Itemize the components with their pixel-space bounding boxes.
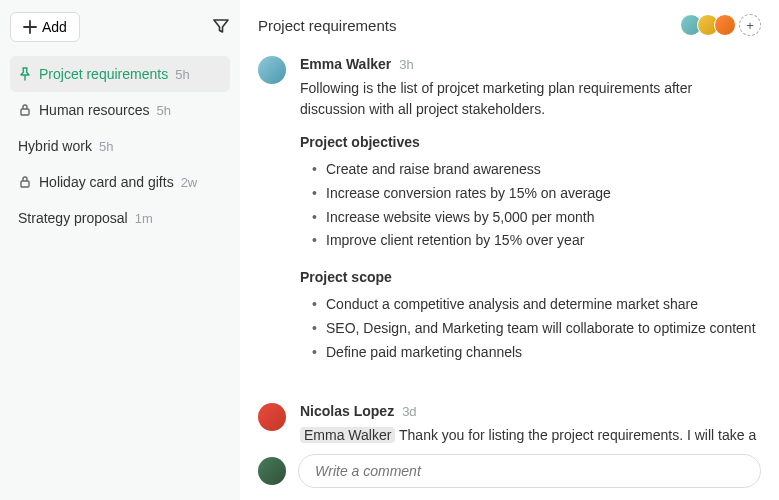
post-author: Emma Walker: [300, 56, 391, 72]
sidebar-item-1[interactable]: Human resources5h: [10, 92, 230, 128]
post: Emma Walker3hFollowing is the list of pr…: [258, 56, 761, 381]
post: Nicolas Lopez3dEmma Walker Thank you for…: [258, 403, 761, 446]
sidebar-item-time: 5h: [175, 67, 189, 82]
svg-rect-0: [21, 109, 29, 115]
post-head: Emma Walker3h: [300, 56, 761, 72]
sidebar-item-time: 5h: [99, 139, 113, 154]
main: Project requirements + Emma Walker3hFoll…: [240, 0, 779, 500]
plus-icon: [23, 20, 37, 34]
sidebar-top: Add: [10, 12, 230, 42]
sidebar-item-time: 2w: [181, 175, 198, 190]
sidebar-item-label: Human resources: [39, 102, 150, 118]
sidebar-item-label: Hybrid work: [18, 138, 92, 154]
svg-rect-1: [21, 181, 29, 187]
avatar: [258, 403, 286, 431]
avatar-group: +: [685, 14, 761, 36]
post-intro: Following is the list of projcet marketi…: [300, 78, 761, 120]
sidebar-item-label: Strategy proposal: [18, 210, 128, 226]
post-author: Nicolas Lopez: [300, 403, 394, 419]
add-button-label: Add: [42, 19, 67, 35]
list-item: Define paid marketing channels: [312, 341, 761, 365]
sidebar-item-0[interactable]: Projcet requirements5h: [10, 56, 230, 92]
list-item: Increase website views by 5,000 per mont…: [312, 206, 761, 230]
post-time: 3d: [402, 404, 416, 419]
mention[interactable]: Emma Walker: [300, 427, 395, 443]
pin-icon: [18, 67, 32, 81]
list-item: Create and raise brand awareness: [312, 158, 761, 182]
sidebar-item-time: 5h: [157, 103, 171, 118]
list-item: Improve client retention by 15% over yea…: [312, 229, 761, 253]
sidebar: Add Projcet requirements5hHuman resource…: [0, 0, 240, 500]
post-head: Nicolas Lopez3d: [300, 403, 761, 419]
section-list: Conduct a competitive analysis and deter…: [300, 293, 761, 364]
sidebar-item-3[interactable]: Holiday card and gifts2w: [10, 164, 230, 200]
section-title: Project scope: [300, 269, 761, 285]
posts: Emma Walker3hFollowing is the list of pr…: [258, 56, 761, 446]
post-body: Nicolas Lopez3dEmma Walker Thank you for…: [300, 403, 761, 446]
list-item: Conduct a competitive analysis and deter…: [312, 293, 761, 317]
list-item: Increase conversion rates by 15% on aver…: [312, 182, 761, 206]
sidebar-item-time: 1m: [135, 211, 153, 226]
post-body: Emma Walker3hFollowing is the list of pr…: [300, 56, 761, 381]
nav-list: Projcet requirements5hHuman resources5hH…: [10, 56, 230, 236]
add-button[interactable]: Add: [10, 12, 80, 42]
avatar: [258, 457, 286, 485]
avatar[interactable]: [714, 14, 736, 36]
post-time: 3h: [399, 57, 413, 72]
comment-input[interactable]: [298, 454, 761, 488]
add-member-button[interactable]: +: [739, 14, 761, 36]
lock-icon: [18, 103, 32, 117]
filter-icon[interactable]: [212, 17, 230, 38]
avatar: [258, 56, 286, 84]
sidebar-item-2[interactable]: Hybrid work5h: [10, 128, 230, 164]
list-item: SEO, Design, and Marketing team will col…: [312, 317, 761, 341]
section-title: Project objectives: [300, 134, 761, 150]
sidebar-item-label: Holiday card and gifts: [39, 174, 174, 190]
post-text: Emma Walker Thank you for listing the pr…: [300, 425, 761, 446]
section-list: Create and raise brand awarenessIncrease…: [300, 158, 761, 253]
comment-row: [258, 446, 761, 500]
main-header: Project requirements +: [258, 14, 761, 36]
sidebar-item-label: Projcet requirements: [39, 66, 168, 82]
sidebar-item-4[interactable]: Strategy proposal1m: [10, 200, 230, 236]
lock-icon: [18, 175, 32, 189]
page-title: Project requirements: [258, 17, 396, 34]
